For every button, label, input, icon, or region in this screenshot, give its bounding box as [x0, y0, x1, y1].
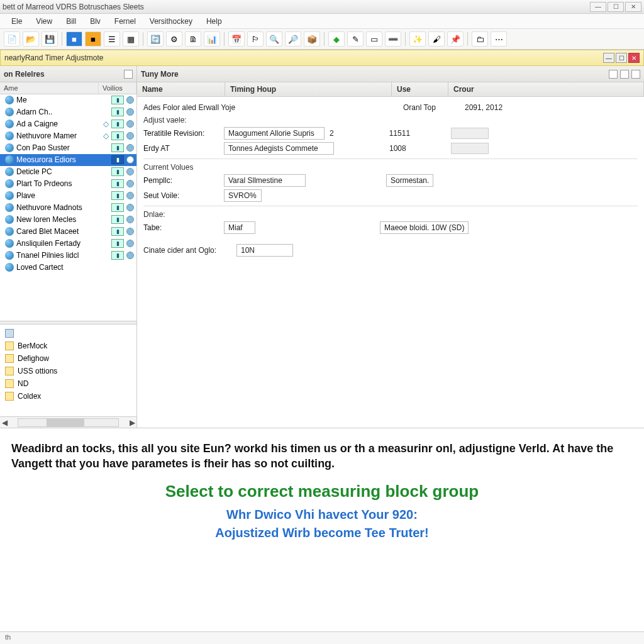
folder-icon: [5, 392, 14, 401]
gray-field[interactable]: [451, 143, 489, 154]
menu-ele[interactable]: Ele: [5, 16, 28, 27]
help-icon[interactable]: [620, 70, 629, 79]
sub-maximize-button[interactable]: ☐: [616, 53, 627, 63]
tree-item[interactable]: Cared Blet Maceet▮: [0, 226, 136, 238]
tree-item[interactable]: Ansliquilen Fertady▮: [0, 238, 136, 250]
pempllc-right-field[interactable]: Sormestan.: [386, 174, 433, 187]
col-use[interactable]: Use: [392, 82, 448, 96]
tool-mag-icon[interactable]: 🔎: [285, 31, 301, 47]
tree-item[interactable]: Loved Cartect: [0, 262, 136, 274]
nav-list[interactable]: BerMock Defighow USS ottions ND Coldex: [0, 325, 136, 416]
tree-item[interactable]: Tnanel Pilnies lidcl▮: [0, 250, 136, 262]
tabe-right-field[interactable]: Maeoe bloidi. 10W (SD): [380, 221, 469, 234]
seut-label: Seut Voile:: [143, 191, 219, 200]
pempllc-field[interactable]: Varal Sllmestine: [224, 174, 306, 187]
maximize-button[interactable]: ☐: [608, 2, 624, 12]
tree-item-selected[interactable]: Meosurora Ediors▮: [0, 154, 136, 166]
tool-calendar-icon[interactable]: 📅: [228, 31, 245, 47]
menu-fernel[interactable]: Fernel: [108, 16, 142, 27]
seut-field[interactable]: SVRO%: [224, 189, 262, 202]
tree-item[interactable]: Plart To Prdeons▮: [0, 178, 136, 190]
nav-item[interactable]: ND: [0, 377, 136, 390]
tree-item[interactable]: Nethuvore Madnots▮: [0, 202, 136, 214]
tool-chart-icon[interactable]: 📊: [204, 31, 220, 47]
tool-more-icon[interactable]: ⋯: [491, 31, 507, 47]
close-button[interactable]: ✕: [625, 2, 641, 12]
tool-pencil-icon[interactable]: ✎: [347, 31, 364, 47]
globe-icon: [5, 96, 14, 104]
tool-green-icon[interactable]: ◆: [328, 31, 345, 47]
settings-icon[interactable]: [631, 70, 640, 79]
tool-search-icon[interactable]: 🔍: [266, 31, 282, 47]
tree-item[interactable]: Nethuvore Mamer◇▮: [0, 130, 136, 142]
menu-blv[interactable]: Blv: [84, 16, 107, 27]
nav-item[interactable]: Defighow: [0, 352, 136, 365]
tool-doc-icon[interactable]: 🗎: [185, 31, 201, 47]
erdy-use: 1008: [389, 144, 446, 153]
tool-grid-icon[interactable]: ▦: [123, 31, 139, 47]
menu-versithockey[interactable]: Versithockey: [143, 16, 199, 27]
tree-list[interactable]: Me▮ Adarn Ch..▮ Ad a Caigne◇▮ Nethuvore …: [0, 94, 136, 321]
tool-brush-icon[interactable]: 🖌: [428, 31, 445, 47]
scroll-left-icon[interactable]: ◀: [0, 418, 9, 427]
tool-gear-icon[interactable]: ⚙: [166, 31, 182, 47]
statusbar: th: [0, 631, 644, 644]
tool-new-icon[interactable]: 📄: [4, 31, 20, 47]
nav-item[interactable]: BerMock: [0, 340, 136, 352]
col-timing[interactable]: Timing Houp: [225, 82, 392, 96]
tree-item[interactable]: Adarn Ch..▮: [0, 106, 136, 118]
scroll-thumb[interactable]: [47, 419, 84, 426]
tool-eraser-icon[interactable]: ▭: [366, 31, 382, 47]
tree-item[interactable]: New loren Mecles▮: [0, 214, 136, 226]
menu-bill[interactable]: Bill: [60, 16, 82, 27]
caption-paragraph: Weadibrd an tocks, this all you site Eun…: [11, 441, 633, 472]
tool-pkg-icon[interactable]: 📦: [304, 31, 320, 47]
tool-folder-icon[interactable]: 🗀: [472, 31, 488, 47]
minimize-button[interactable]: —: [590, 2, 606, 12]
sub-minimize-button[interactable]: —: [603, 53, 614, 63]
status-text: th: [5, 633, 11, 641]
window-title: bett of Marreod VDRS Botruschaes Sleets: [3, 3, 144, 11]
right-pane-header: Tuny More: [137, 66, 644, 82]
tool-save-icon[interactable]: 💾: [42, 31, 58, 47]
tool-open-icon[interactable]: 📂: [23, 31, 39, 47]
terat-field[interactable]: Maogument Allorie Supris: [224, 127, 325, 140]
caption-area: Weadibrd an tocks, this all you site Eun…: [0, 428, 644, 475]
tree-item[interactable]: Deticle PC▮: [0, 166, 136, 178]
gray-field[interactable]: [451, 128, 489, 139]
erdy-field[interactable]: Tonnes Adegists Commete: [224, 142, 334, 155]
print-icon[interactable]: [609, 70, 618, 79]
nav-item[interactable]: Coldex: [0, 390, 136, 402]
tool-blue-icon[interactable]: ■: [66, 31, 82, 47]
tool-pin-icon[interactable]: 📌: [447, 31, 464, 47]
tool-flag-icon[interactable]: 🏳: [247, 31, 264, 47]
tree-item[interactable]: Me▮: [0, 94, 136, 106]
pane-options-icon[interactable]: [124, 70, 133, 79]
scroll-right-icon[interactable]: ▶: [128, 418, 136, 427]
menubar: Ele View Bill Blv Fernel Versithockey He…: [0, 14, 644, 29]
titlebar: bett of Marreod VDRS Botruschaes Sleets …: [0, 0, 644, 14]
tool-orange-icon[interactable]: ■: [85, 31, 101, 47]
tree-item[interactable]: Con Pao Suster▮: [0, 142, 136, 154]
tool-list-icon[interactable]: ☰: [104, 31, 120, 47]
tree-item[interactable]: Plave▮: [0, 190, 136, 202]
tabe-field[interactable]: Miaf: [224, 221, 255, 234]
sub-close-button[interactable]: ✕: [628, 53, 640, 63]
pempllc-label: Pempllc:: [143, 176, 219, 185]
tree-item[interactable]: Ad a Caigne◇▮: [0, 118, 136, 130]
menu-help[interactable]: Help: [200, 16, 228, 27]
cinate-field[interactable]: 10N: [236, 244, 293, 257]
colhdr-voiles[interactable]: Voilios: [99, 82, 136, 94]
colhdr-name[interactable]: Ame: [0, 82, 99, 94]
tabe-label: Tabe:: [143, 223, 219, 232]
menu-view[interactable]: View: [30, 16, 58, 27]
col-crour[interactable]: Crour: [448, 82, 644, 96]
tool-wand-icon[interactable]: ✨: [409, 31, 426, 47]
row1-crour: 2091, 2012: [465, 103, 502, 112]
nav-item[interactable]: USS ottions: [0, 365, 136, 377]
tool-refresh-icon[interactable]: 🔄: [147, 31, 164, 47]
tool-minus-icon[interactable]: ➖: [385, 31, 401, 47]
horizontal-scrollbar[interactable]: ◀ ▶: [0, 416, 136, 428]
col-name[interactable]: Name: [137, 82, 225, 96]
nav-item[interactable]: [0, 327, 136, 340]
